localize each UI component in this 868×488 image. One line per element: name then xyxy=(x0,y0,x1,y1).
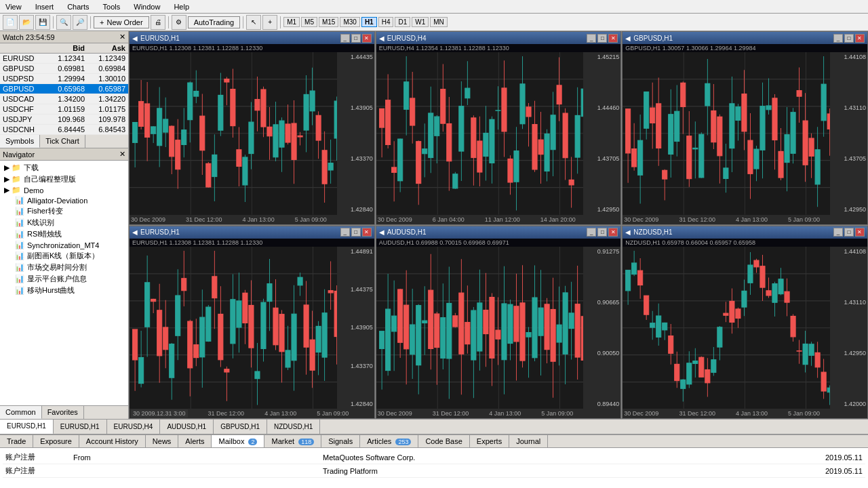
toolbar-open-btn[interactable]: 📂 xyxy=(19,15,34,30)
chart-maximize-btn[interactable]: □ xyxy=(844,228,854,237)
chart-minimize-btn[interactable]: _ xyxy=(340,34,350,43)
terminal-tab-experts[interactable]: Experts xyxy=(470,435,509,447)
toolbar-save-btn[interactable]: 💾 xyxy=(35,15,50,30)
watch-row[interactable]: GBPUSD 0.69981 0.69984 xyxy=(0,64,128,74)
terminal-tab-signals[interactable]: Signals xyxy=(321,435,360,447)
tf-w1[interactable]: W1 xyxy=(412,17,429,27)
new-order-button[interactable]: + New Order xyxy=(94,16,149,28)
tab-tick-chart[interactable]: Tick Chart xyxy=(40,135,85,148)
svg-rect-193 xyxy=(632,149,637,167)
chart-body[interactable]: 1.444351.439051.433701.42840 xyxy=(130,52,374,215)
toolbar-print-btn[interactable]: 🖨 xyxy=(151,15,165,30)
nav-tab-favorites[interactable]: Favorites xyxy=(42,406,84,419)
watch-row[interactable]: USDJPY 109.968 109.978 xyxy=(0,115,128,125)
chart-tab[interactable]: EURUSD,H4 xyxy=(107,420,161,434)
watch-row[interactable]: USDCNH 6.84445 6.84543 xyxy=(0,125,128,135)
chart-minimize-btn[interactable]: _ xyxy=(833,34,843,43)
chart-close-btn[interactable]: ✕ xyxy=(855,228,865,237)
chart-close-btn[interactable]: ✕ xyxy=(362,228,372,237)
toolbar-new-btn[interactable]: 📄 xyxy=(3,15,18,30)
menu-charts[interactable]: Charts xyxy=(64,1,92,12)
chart-close-btn[interactable]: ✕ xyxy=(362,34,372,43)
terminal-tab-journal[interactable]: Journal xyxy=(509,435,548,447)
chart-body[interactable]: 0.912750.906650.900500.89440 xyxy=(376,247,621,409)
terminal-tab-code-base[interactable]: Code Base xyxy=(418,435,469,447)
tf-mn[interactable]: MN xyxy=(430,17,448,27)
chart-maximize-btn[interactable]: □ xyxy=(351,34,361,43)
nav-item[interactable]: 📊副图画K线（新版本） xyxy=(1,250,127,262)
terminal-tab-articles[interactable]: Articles 253 xyxy=(360,435,418,447)
chart-maximize-btn[interactable]: □ xyxy=(844,34,854,43)
nav-item[interactable]: 📊Synchronization_MT4 xyxy=(1,240,127,250)
nav-item[interactable]: 📊K线识别 xyxy=(1,217,127,228)
terminal-tab-news[interactable]: News xyxy=(146,435,179,447)
nav-item[interactable]: 📊移动Hurst曲线 xyxy=(1,285,127,296)
chart-body[interactable]: 1.441081.431101.429501.42000 xyxy=(623,247,867,409)
nav-tab-common[interactable]: Common xyxy=(0,406,42,419)
nav-item[interactable]: 📊Alligator-Deviation xyxy=(1,195,127,205)
chart-close-btn[interactable]: ✕ xyxy=(608,34,618,43)
time-axis: 30 Dec 200931 Dec 12:004 Jan 13:005 Jan … xyxy=(130,215,374,224)
autotrading-button[interactable]: AutoTrading xyxy=(188,16,241,28)
toolbar-cursor-btn[interactable]: ↖ xyxy=(246,15,261,30)
nav-item[interactable]: 📊显示平台账户信息 xyxy=(1,273,127,285)
tf-m1[interactable]: M1 xyxy=(283,17,300,27)
nav-item[interactable]: 📊Fisher转变 xyxy=(1,205,127,217)
menu-help[interactable]: Help xyxy=(171,1,192,12)
nav-item[interactable]: ▶ 📁下载 xyxy=(1,162,127,174)
terminal-tab-market[interactable]: Market 118 xyxy=(264,435,321,447)
terminal-tab-account-history[interactable]: Account History xyxy=(79,435,146,447)
watch-row[interactable]: USDCAD 1.34200 1.34220 xyxy=(0,94,128,104)
chart-minimize-btn[interactable]: _ xyxy=(587,34,596,43)
watch-row[interactable]: EURUSD 1.12341 1.12349 xyxy=(0,54,128,64)
nav-item[interactable]: ▶ 📁自己编程整理版 xyxy=(1,174,127,185)
terminal-tab-exposure[interactable]: Exposure xyxy=(33,435,79,447)
nav-icon: 📊 xyxy=(15,251,24,260)
tf-h1[interactable]: H1 xyxy=(361,17,377,27)
menu-window[interactable]: Window xyxy=(131,1,163,12)
tf-m5[interactable]: M5 xyxy=(301,17,317,27)
chart-body[interactable]: 1.448911.443751.439051.433701.42840 xyxy=(130,247,374,409)
chart-body[interactable]: 1.452151.444601.437051.42950 xyxy=(376,52,621,215)
terminal-tab-alerts[interactable]: Alerts xyxy=(178,435,212,447)
nav-label: 副图画K线（新版本） xyxy=(27,251,99,261)
navigator-close-icon[interactable]: ✕ xyxy=(119,150,125,159)
watchlist-close-icon[interactable]: ✕ xyxy=(119,33,125,41)
nav-item[interactable]: 📊RSI蜡烛线 xyxy=(1,228,127,240)
col-ask: Ask xyxy=(87,43,128,54)
menu-view[interactable]: View xyxy=(3,1,24,12)
chart-titlebar: ◀ GBPUSD,H1 _ □ ✕ xyxy=(623,32,867,44)
menu-insert[interactable]: Insert xyxy=(33,1,57,12)
chart-maximize-btn[interactable]: □ xyxy=(351,228,361,237)
terminal-tab-trade[interactable]: Trade xyxy=(0,435,33,447)
chart-body[interactable]: 1.441081.431101.437051.42950 xyxy=(623,52,867,215)
toolbar-zoom-in-btn[interactable]: 🔍 xyxy=(56,15,71,30)
chart-tab[interactable]: NZDUSD,H1 xyxy=(267,420,320,434)
chart-tab[interactable]: GBPUSD,H1 xyxy=(214,420,267,434)
chart-tab[interactable]: AUDUSD,H1 xyxy=(160,420,214,434)
chart-minimize-btn[interactable]: _ xyxy=(340,228,350,237)
chart-tab[interactable]: EURUSD,H1 xyxy=(0,420,54,434)
chart-close-btn[interactable]: ✕ xyxy=(855,34,865,43)
tf-h4[interactable]: H4 xyxy=(378,17,394,27)
menu-tools[interactable]: Tools xyxy=(100,1,123,12)
chart-maximize-btn[interactable]: □ xyxy=(597,228,607,237)
chart-minimize-btn[interactable]: _ xyxy=(833,228,843,237)
chart-tab[interactable]: EURUSD,H1 xyxy=(54,420,107,434)
watch-row[interactable]: USDPSD 1.29994 1.30010 xyxy=(0,74,128,84)
tab-symbols[interactable]: Symbols xyxy=(0,135,40,148)
terminal-tab-mailbox[interactable]: Mailbox 2 xyxy=(212,435,264,447)
nav-item[interactable]: 📊市场交易时间分割 xyxy=(1,262,127,273)
chart-arrow-icon: ◀ xyxy=(625,228,631,236)
chart-minimize-btn[interactable]: _ xyxy=(587,228,596,237)
tf-d1[interactable]: D1 xyxy=(395,17,410,27)
toolbar-zoom-out-btn[interactable]: 🔎 xyxy=(73,15,87,30)
watch-row[interactable]: USDCHF 1.01159 1.01175 xyxy=(0,104,128,115)
chart-close-btn[interactable]: ✕ xyxy=(608,228,618,237)
toolbar-crosshair-btn[interactable]: + xyxy=(262,15,277,30)
nav-item[interactable]: ▶ 📁Demo xyxy=(1,185,127,195)
tf-m15[interactable]: M15 xyxy=(319,17,338,27)
chart-maximize-btn[interactable]: □ xyxy=(597,34,607,43)
tf-m30[interactable]: M30 xyxy=(340,17,359,27)
watch-row[interactable]: GBPUSD 0.65968 0.65987 xyxy=(0,84,128,94)
